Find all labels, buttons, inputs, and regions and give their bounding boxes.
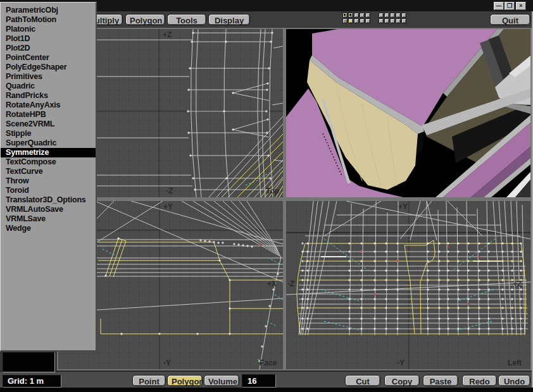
viewport-toggle-grid (342, 13, 412, 25)
menu-item-pointcenter[interactable]: PointCenter (1, 53, 96, 63)
viewport-toggle-button[interactable] (396, 13, 401, 18)
toggle-dot-icon (344, 14, 346, 16)
window-bottom-edge (0, 388, 533, 392)
menu-item-vrmlautosave[interactable]: VRMLAutoSave (1, 205, 96, 214)
tab-polygon[interactable]: Polygon (125, 14, 165, 25)
mode-button-volume[interactable]: Volume (204, 375, 239, 386)
menu-item-vrmlsave[interactable]: VRMLSave (1, 214, 96, 224)
viewport-toggle-button[interactable] (360, 13, 365, 18)
mode-button-point[interactable]: Point (132, 375, 166, 386)
viewport-frame: +Z -Z Top +Y -Y +X Face +Y -Y -Z +Z Left (57, 28, 532, 371)
menu-item-textcurve[interactable]: TextCurve (1, 167, 96, 176)
menu-item-stipple[interactable]: Stipple (1, 129, 96, 138)
viewport-toggle-button[interactable] (360, 18, 365, 23)
viewport-left[interactable]: +Y -Y -Z +Z Left (286, 201, 530, 369)
viewport-toggle-button[interactable] (342, 13, 348, 18)
redo-button[interactable]: Redo (462, 375, 497, 386)
viewport-toggle-button[interactable] (365, 13, 370, 18)
minimize-icon[interactable]: — (494, 2, 504, 10)
menu-item-parametricobj[interactable]: ParametricObj (1, 6, 96, 15)
close-icon[interactable]: × (516, 2, 526, 10)
viewport-toggle-button[interactable] (384, 13, 389, 18)
viewport-toggle-button[interactable] (401, 18, 406, 23)
toggle-dot-icon (349, 14, 351, 16)
viewport-toggle-button[interactable] (354, 18, 359, 23)
paste-button[interactable]: Paste (423, 375, 458, 386)
viewport-toggle-button[interactable] (342, 18, 348, 23)
grid-size-display: Grid: 1 m (3, 375, 61, 388)
menu-item-superquadric[interactable]: SuperQuadric (1, 138, 96, 148)
menu-item-polyedgeshaper[interactable]: PolyEdgeShaper (1, 63, 96, 72)
menu-item-textcompose[interactable]: TextCompose (1, 157, 96, 167)
maximize-icon[interactable]: ❒ (505, 2, 515, 10)
menu-item-scene2vrml[interactable]: Scene2VRML (1, 119, 96, 129)
viewport-toggle-button[interactable] (348, 18, 353, 23)
cut-button[interactable]: Cut (345, 375, 380, 386)
menu-item-platonic[interactable]: Platonic (1, 25, 96, 34)
quit-button[interactable]: Quit (490, 14, 530, 25)
menu-item-translator3d-options[interactable]: Translator3D_Options (1, 195, 96, 205)
tab-display[interactable]: Display (208, 14, 250, 25)
viewport-toggle-button[interactable] (354, 13, 359, 18)
menu-item-randpricks[interactable]: RandPricks (1, 91, 96, 101)
viewport-toggle-button[interactable] (348, 13, 353, 18)
menu-item-wedge[interactable]: Wedge (1, 224, 96, 233)
viewport-toggle-button[interactable] (365, 18, 370, 23)
plugin-menu[interactable]: ParametricObjPathToMotionPlatonicPlot1DP… (0, 2, 97, 352)
menu-item-pathtomotion[interactable]: PathToMotion (1, 15, 96, 25)
viewport-toggle-button[interactable] (390, 18, 395, 23)
menu-item-rotatehpb[interactable]: RotateHPB (1, 110, 96, 119)
menu-item-primitives[interactable]: Primitives (1, 72, 96, 82)
undo-button[interactable]: Undo (498, 375, 530, 386)
info-display (3, 352, 55, 372)
menu-item-rotateanyaxis[interactable]: RotateAnyAxis (1, 101, 96, 110)
viewport-toggle-button[interactable] (384, 18, 389, 23)
viewport-toggle-button[interactable] (396, 18, 401, 23)
copy-button[interactable]: Copy (384, 375, 420, 386)
menu-item-plot1d[interactable]: Plot1D (1, 34, 96, 44)
viewport-toggle-button[interactable] (379, 13, 384, 18)
viewport-toggle-button[interactable] (379, 18, 384, 23)
viewport-perspective[interactable] (286, 29, 530, 197)
menu-item-throw[interactable]: Throw (1, 176, 96, 186)
viewport-canvas (286, 29, 530, 197)
viewport-toggle-button[interactable] (401, 13, 406, 18)
menu-item-toroid[interactable]: Toroid (1, 186, 96, 195)
status-bar: Grid: 1 m PointPolygonVolume 16 CutCopyP… (0, 371, 533, 389)
viewport-toggle-button[interactable] (390, 13, 395, 18)
menu-item-plot2d[interactable]: Plot2D (1, 44, 96, 53)
mode-button-polygon[interactable]: Polygon (167, 375, 203, 386)
tab-tools[interactable]: Tools (167, 14, 206, 25)
menu-item-symmetrize[interactable]: Symmetrize (1, 148, 96, 157)
viewport-canvas (286, 201, 530, 369)
modeler-window: — ❒ × MultiplyPolygonToolsDisplay Quit +… (0, 0, 533, 392)
menu-item-quadric[interactable]: Quadric (1, 82, 96, 91)
numeric-display: 16 (242, 374, 276, 388)
